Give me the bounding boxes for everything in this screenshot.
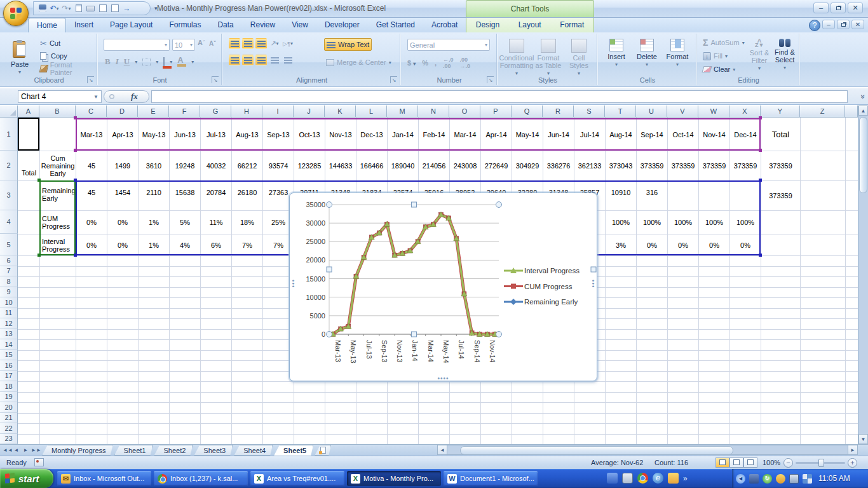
cell-U2[interactable]: 373359 bbox=[637, 151, 667, 180]
explorer-icon[interactable] bbox=[622, 473, 633, 484]
autosum-button[interactable]: ΣAutoSum▾ bbox=[701, 36, 747, 49]
vertical-scroll-thumb[interactable] bbox=[859, 117, 867, 193]
tab-design[interactable]: Design bbox=[468, 18, 508, 32]
cell-F5[interactable]: 4% bbox=[170, 234, 200, 255]
save-icon[interactable] bbox=[37, 4, 47, 13]
taskbar-task-3[interactable]: XArea vs Treq#rev01.... bbox=[250, 471, 344, 486]
column-header-F[interactable]: F bbox=[169, 105, 200, 118]
sheet-tab-sheet4[interactable]: Sheet4 bbox=[234, 445, 273, 456]
row-header-9[interactable]: 9 bbox=[0, 287, 18, 298]
row-header-22[interactable]: 22 bbox=[0, 423, 18, 434]
cell-S1[interactable]: Jul-14 bbox=[574, 118, 605, 151]
formula-input[interactable] bbox=[151, 90, 848, 103]
row-header-11[interactable]: 11 bbox=[0, 308, 18, 319]
column-header-U[interactable]: U bbox=[636, 105, 667, 118]
row-header-6[interactable]: 6 bbox=[0, 255, 18, 266]
cell-N2[interactable]: 214056 bbox=[419, 151, 449, 180]
fill-color-dropdown[interactable]: ▾ bbox=[170, 59, 172, 65]
cell-E5[interactable]: 1% bbox=[139, 234, 169, 255]
row-header-19[interactable]: 19 bbox=[0, 392, 18, 403]
grow-font-button[interactable]: A´ bbox=[198, 39, 205, 46]
conditional-formatting-button[interactable]: Conditional Formatting▾ bbox=[500, 36, 533, 76]
tab-page-layout[interactable]: Page Layout bbox=[102, 18, 161, 32]
align-center-button[interactable] bbox=[242, 55, 254, 65]
workbook-close-button[interactable]: ✕ bbox=[851, 20, 864, 29]
cell-D2[interactable]: 1499 bbox=[107, 151, 138, 180]
sheet-tab-sheet5[interactable]: Sheet5 bbox=[274, 445, 313, 456]
cell-M2[interactable]: 189040 bbox=[388, 151, 418, 180]
column-header-K[interactable]: K bbox=[325, 105, 356, 118]
tray-icon-monitor[interactable] bbox=[789, 474, 799, 484]
cut-button[interactable]: ✂Cut bbox=[38, 37, 62, 50]
row-header-13[interactable]: 13 bbox=[0, 329, 18, 340]
wrap-text-button[interactable]: Wrap Text bbox=[324, 38, 372, 51]
format-cells-button[interactable]: Format▾ bbox=[663, 36, 692, 67]
tray-expand-icon[interactable]: ◄ bbox=[736, 474, 745, 484]
tab-view[interactable]: View bbox=[283, 18, 316, 32]
italic-button[interactable]: I bbox=[116, 58, 119, 65]
sheet-tab-monthly-progress[interactable]: Monthly Progress bbox=[42, 445, 113, 456]
column-header-L[interactable]: L bbox=[356, 105, 387, 118]
tab-formulas[interactable]: Formulas bbox=[161, 18, 209, 32]
chart-move-handle[interactable]: •••• bbox=[437, 375, 449, 382]
page-break-view-button[interactable] bbox=[743, 458, 757, 468]
row-header-21[interactable]: 21 bbox=[0, 413, 18, 424]
tab-developer[interactable]: Developer bbox=[316, 18, 368, 32]
column-header-J[interactable]: J bbox=[294, 105, 325, 118]
column-header-Q[interactable]: Q bbox=[512, 105, 543, 118]
chart-left-handle[interactable]: ••• bbox=[290, 280, 297, 288]
sort-filter-button[interactable]: AZ▼ Sort & Filter▾ bbox=[747, 36, 772, 71]
help-icon[interactable]: ? bbox=[809, 20, 820, 31]
cell-J2[interactable]: 123285 bbox=[294, 151, 325, 180]
cell-N1[interactable]: Feb-14 bbox=[419, 118, 449, 151]
redo-icon[interactable]: ↷▾ bbox=[62, 4, 71, 13]
cell-H5[interactable]: 7% bbox=[232, 234, 262, 255]
find-select-button[interactable]: Find & Select▾ bbox=[772, 36, 797, 71]
format-painter-button[interactable]: Format Painter bbox=[38, 62, 97, 75]
sheet-tab-sheet2[interactable]: Sheet2 bbox=[154, 445, 193, 456]
print-preview-icon[interactable] bbox=[74, 4, 83, 13]
cell-G4[interactable]: 11% bbox=[201, 211, 231, 234]
cell-D5[interactable]: 0% bbox=[107, 234, 138, 255]
cell-D3[interactable]: 1454 bbox=[107, 181, 138, 210]
format-as-table-button[interactable]: Format as Table▾ bbox=[533, 36, 564, 76]
cell-D4[interactable]: 0% bbox=[107, 211, 138, 234]
cell-Q1[interactable]: May-14 bbox=[512, 118, 543, 151]
cell-F3[interactable]: 15638 bbox=[170, 181, 200, 210]
cell-C4[interactable]: 0% bbox=[76, 211, 107, 234]
cell-P2[interactable]: 272649 bbox=[481, 151, 512, 180]
fill-button[interactable]: ↓Fill▾ bbox=[701, 50, 729, 62]
cell-Y3[interactable]: 373359 bbox=[761, 181, 800, 210]
column-header-A[interactable]: A bbox=[18, 105, 39, 118]
paste-button[interactable]: Paste▾ bbox=[5, 37, 34, 75]
cell-E3[interactable]: 2110 bbox=[139, 181, 169, 210]
taskbar-task-5[interactable]: WDocument1 - Microsof... bbox=[444, 471, 538, 486]
cell-K2[interactable]: 144633 bbox=[325, 151, 356, 180]
bold-button[interactable]: B bbox=[105, 58, 111, 65]
select-all-corner[interactable] bbox=[0, 105, 18, 118]
font-name-combo[interactable]: ▾ bbox=[104, 39, 170, 51]
cell-U4[interactable]: 100% bbox=[637, 211, 667, 234]
column-header-X[interactable]: X bbox=[729, 105, 761, 118]
row-header-3[interactable]: 3 bbox=[0, 180, 18, 210]
copy-button[interactable]: Copy bbox=[38, 50, 69, 62]
cell-I2[interactable]: 93574 bbox=[263, 151, 294, 180]
cell-L2[interactable]: 166466 bbox=[356, 151, 387, 180]
workbook-minimize-button[interactable]: – bbox=[822, 20, 835, 29]
underline-button[interactable]: U bbox=[124, 58, 130, 65]
insert-function-button[interactable]: fx bbox=[104, 90, 149, 103]
clear-button[interactable]: Clear▾ bbox=[701, 63, 737, 76]
cell-T4[interactable]: 100% bbox=[606, 211, 636, 234]
column-header-T[interactable]: T bbox=[605, 105, 636, 118]
cell-U3[interactable]: 316 bbox=[637, 181, 667, 210]
font-color-button[interactable]: A bbox=[177, 57, 186, 67]
decrease-decimal-button[interactable]: .00→.0 bbox=[460, 57, 471, 69]
cell-W1[interactable]: Nov-14 bbox=[699, 118, 729, 151]
tray-icon-sync[interactable]: ↻ bbox=[763, 474, 772, 484]
row-header-18[interactable]: 18 bbox=[0, 381, 18, 392]
row-header-15[interactable]: 15 bbox=[0, 350, 18, 361]
row-header-5[interactable]: 5 bbox=[0, 234, 18, 255]
decrease-indent-button[interactable] bbox=[269, 55, 280, 65]
column-header-Z[interactable]: Z bbox=[800, 105, 845, 118]
font-size-combo[interactable]: 10▾ bbox=[172, 39, 195, 51]
